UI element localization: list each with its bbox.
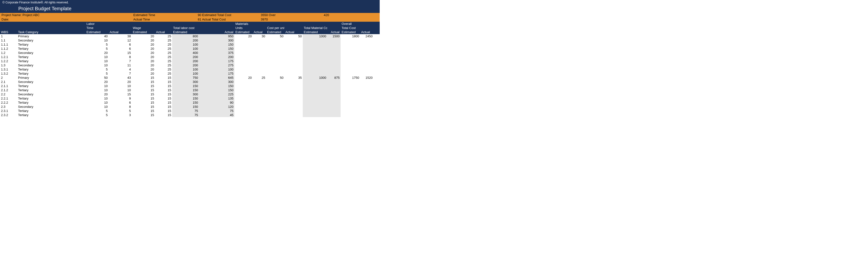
cell-diff <box>374 80 380 84</box>
cell-task: Tertiary <box>17 84 86 88</box>
est-cost-value: 3550 <box>261 13 268 17</box>
cell-task: Secondary <box>17 80 86 84</box>
cell-ue <box>235 88 253 92</box>
cell-oe <box>341 88 360 92</box>
cell-wbs: 2.1.1 <box>0 84 17 88</box>
cell-ta: 4 <box>108 67 132 71</box>
cell-tla: 150 <box>199 42 235 46</box>
cell-tme <box>303 109 327 113</box>
cell-ta: 20 <box>108 80 132 84</box>
cell-wa: 15 <box>155 92 172 96</box>
cell-tma <box>327 46 341 51</box>
cell-ta: 10 <box>108 88 132 92</box>
cell-tle: 300 <box>172 92 199 96</box>
cell-cpa <box>284 105 303 109</box>
cell-oe: 1750 <box>341 76 360 80</box>
cell-ta: 6 <box>108 46 132 51</box>
cell-tla: 950 <box>199 34 235 38</box>
cell-task: Secondary <box>17 92 86 96</box>
cell-tme <box>303 38 327 42</box>
cell-we: 15 <box>132 100 155 105</box>
cell-te: 5 <box>86 42 108 46</box>
date-label: Date: <box>1 18 133 22</box>
cell-task: Secondary <box>17 63 86 67</box>
cell-diff <box>374 109 380 113</box>
cell-cpa <box>284 109 303 113</box>
cell-oa: 2450 <box>360 34 374 38</box>
cell-oe <box>341 96 360 100</box>
cell-tla: 175 <box>199 59 235 63</box>
hdr-wage-est: Estimated <box>132 30 155 34</box>
cell-ue <box>235 46 253 51</box>
cell-ua <box>253 84 266 88</box>
cell-oe <box>341 80 360 84</box>
table-row: 1.2.2Tertiary1072025200175 <box>0 59 380 63</box>
hdr-units-act: Actual <box>253 30 266 34</box>
hdr-wage: Wage <box>132 26 155 30</box>
cell-tma <box>327 71 341 76</box>
cell-wbs: 1 <box>0 34 17 38</box>
cell-ta: 7 <box>108 59 132 63</box>
cell-tme <box>303 84 327 88</box>
cell-tma <box>327 55 341 59</box>
hdr-tmc: Total Material Cost <box>303 26 327 30</box>
cell-diff <box>374 105 380 109</box>
cell-oa: 1520 <box>360 76 374 80</box>
cell-cpa <box>284 113 303 117</box>
hdr-oe: Estimated <box>341 30 360 34</box>
cell-tma <box>327 109 341 113</box>
cell-ue <box>235 84 253 88</box>
cell-cpe <box>266 92 284 96</box>
cell-tla: 300 <box>199 38 235 42</box>
cell-tla: 375 <box>199 51 235 55</box>
cell-ta: 3 <box>108 113 132 117</box>
table-row: 1Primary40382025800950203050501000150018… <box>0 34 380 38</box>
hdr-oa: Actual <box>360 30 374 34</box>
table-row: 1.1.1Tertiary562025100150 <box>0 42 380 46</box>
cell-ue <box>235 92 253 96</box>
cell-tla: 175 <box>199 71 235 76</box>
cell-tle: 150 <box>172 100 199 105</box>
cell-wa: 15 <box>155 80 172 84</box>
table-row: 1.2Secondary20152025400375 <box>0 51 380 55</box>
cell-task: Tertiary <box>17 109 86 113</box>
cell-ue <box>235 59 253 63</box>
project-name-label: Project Name: Project ABC <box>1 13 133 17</box>
cell-te: 40 <box>86 34 108 38</box>
cell-oa <box>360 63 374 67</box>
cell-wa: 25 <box>155 42 172 46</box>
cell-te: 10 <box>86 100 108 105</box>
cell-task: Tertiary <box>17 100 86 105</box>
cell-oe <box>341 63 360 67</box>
cell-diff <box>374 113 380 117</box>
cell-tme <box>303 51 327 55</box>
cell-diff: 650 <box>374 34 380 38</box>
cell-cpe <box>266 42 284 46</box>
cell-task: Secondary <box>17 38 86 42</box>
hdr-wage-act: Actual <box>155 30 172 34</box>
cell-wa: 15 <box>155 84 172 88</box>
cell-tme <box>303 92 327 96</box>
hdr-tlc: Total labor cost <box>172 26 199 30</box>
cell-wa: 15 <box>155 96 172 100</box>
cell-we: 20 <box>132 46 155 51</box>
cell-cpa <box>284 63 303 67</box>
cell-tme <box>303 42 327 46</box>
cell-diff <box>374 67 380 71</box>
cell-wbs: 1.1.1 <box>0 42 17 46</box>
table-row: 2Primary50431515750645202550351000875175… <box>0 76 380 80</box>
cell-diff <box>374 38 380 42</box>
cell-oa <box>360 113 374 117</box>
cell-ue <box>235 38 253 42</box>
cell-tme <box>303 88 327 92</box>
cell-oa <box>360 92 374 96</box>
cell-cpa <box>284 51 303 55</box>
cell-ua <box>253 71 266 76</box>
table-row: 2.1Secondary20201515300300 <box>0 80 380 84</box>
table-row: 2.1.1Tertiary10101515150150 <box>0 84 380 88</box>
cell-ue <box>235 113 253 117</box>
cell-cpe <box>266 96 284 100</box>
cell-we: 15 <box>132 105 155 109</box>
cell-oe <box>341 59 360 63</box>
cell-te: 20 <box>86 51 108 55</box>
